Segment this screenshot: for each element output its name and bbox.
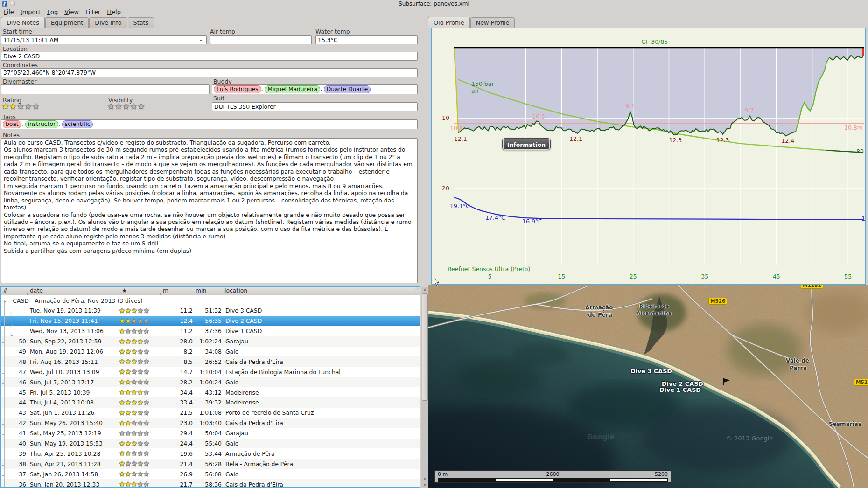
map-label-google: Google: [587, 433, 615, 441]
splitter-handle[interactable]: ⁘: [415, 286, 420, 292]
star-empty-icon: ★: [143, 399, 149, 406]
dive-row[interactable]: –46Sun, Jul 7, 2013 17:17★★★★★28.21:00:2…: [1, 377, 420, 387]
menu-filter[interactable]: Filter: [83, 8, 104, 16]
dive-row[interactable]: –42Sun, May 26, 2013 15:40★★★★★23.01:03:…: [1, 418, 420, 428]
star-filled-icon: ★: [131, 389, 137, 396]
star-empty-icon: ★: [137, 419, 143, 427]
dive-row[interactable]: └Wed, Nov 13, 2013 11:06★★★★★11.237:36Di…: [1, 326, 420, 336]
column-header-date[interactable]: date: [27, 287, 119, 295]
star-empty-icon: ★: [137, 368, 143, 376]
tree-line: [11, 301, 11, 327]
dive-group-row[interactable]: ⌄ – CASD - Armação de Pêra, Nov 2013 (3 …: [1, 295, 420, 306]
tags-field[interactable]: boat, instructor, scientific: [1, 119, 418, 129]
coordinates-label: Coordinates: [3, 62, 38, 69]
dive-row[interactable]: –36Sun, Jan 20, 2013 12:33★★★★★21.758:36…: [1, 479, 420, 488]
scrollbar-thumb[interactable]: [422, 293, 428, 401]
dive-row[interactable]: –38Sun, Apr 21, 2013 11:28★★★★★21.456:28…: [1, 459, 420, 469]
svg-text:12.1: 12.1: [569, 135, 582, 142]
star-empty-icon: ★: [130, 102, 138, 111]
collapse-arrow-icon[interactable]: ⌄: [3, 298, 7, 304]
svg-text:9.7: 9.7: [744, 107, 754, 114]
notes-field[interactable]: Aula do curso CASD. Transectos c/video e…: [1, 138, 418, 283]
dive-list-header[interactable]: #date★mminlocation: [1, 287, 420, 295]
map-label-ribeira-de: Ribeira de: [639, 303, 669, 309]
star-empty-icon: ★: [125, 430, 131, 437]
star-empty-icon: ★: [137, 307, 143, 314]
divemaster-field[interactable]: [1, 84, 210, 94]
visibility-stars[interactable]: ★★★★★: [107, 102, 145, 111]
dive-list-scrollbar[interactable]: ∧ ∧ ∨: [421, 287, 428, 488]
star-empty-icon: ★: [143, 470, 149, 478]
suit-label: Suit: [213, 95, 224, 102]
star-empty-icon: ★: [125, 460, 131, 467]
location-field[interactable]: [1, 52, 418, 61]
dive-row[interactable]: –50Sun, Sep 22, 2013 12:59★★★★★28.01:02:…: [1, 336, 420, 347]
start-time-label: Start time: [3, 28, 32, 35]
svg-text:20: 20: [442, 185, 449, 192]
coordinates-field[interactable]: [1, 68, 418, 77]
star-filled-icon: ★: [125, 389, 131, 396]
svg-text:25: 25: [630, 273, 637, 280]
dive-group-label: CASD - Armação de Pêra, Nov 2013 (3 dive…: [13, 297, 142, 304]
column-header-m[interactable]: m: [160, 287, 193, 295]
dive-row[interactable]: –43Sat, Jun 1, 2013 11:26★★★★★21.51:01:0…: [1, 408, 420, 418]
start-time-combo[interactable]: [1, 35, 207, 44]
dive-row-selected[interactable]: ├Fri, Nov 15, 2013 11:41★★★★★12.456:35Di…: [1, 316, 420, 326]
menu-import[interactable]: Import: [18, 8, 44, 16]
tab-stats[interactable]: Stats: [128, 17, 154, 28]
dive-row[interactable]: –40Sun, May 19, 2013 15:53★★★★★24.455:40…: [1, 439, 420, 449]
map-label-alcantarilha: Alcantarilha: [637, 310, 672, 316]
column-header-num[interactable]: #: [1, 287, 27, 295]
star-empty-icon: ★: [131, 470, 137, 478]
column-header-stars[interactable]: ★: [119, 287, 160, 295]
left-tab-bar: Dive NotesEquipmentDive InfoStats: [1, 17, 154, 27]
dive-row[interactable]: –44Thu, Jul 4, 2013 10:08★★★★★33.439:32M…: [1, 397, 420, 408]
svg-text:16.9°C: 16.9°C: [522, 218, 542, 225]
star-filled-icon: ★: [119, 338, 125, 345]
svg-text:air: air: [471, 87, 479, 94]
dive-site-map[interactable]: Armaçãode PêraRibeira deAlcantarilhaVale…: [428, 285, 868, 488]
tab-dive-info[interactable]: Dive Info: [89, 17, 127, 28]
menu-help[interactable]: Help: [104, 8, 125, 16]
scroll-down-icon[interactable]: ∨: [421, 482, 428, 488]
tab-old-profile[interactable]: Old Profile: [428, 17, 470, 28]
rating-stars[interactable]: ★★★★★: [2, 102, 40, 111]
tab-equipment[interactable]: Equipment: [45, 17, 89, 28]
star-filled-icon: ★: [125, 358, 131, 365]
tab-new-profile[interactable]: New Profile: [470, 17, 515, 28]
chevron-down-icon[interactable]: ⌄: [199, 36, 203, 42]
suit-field[interactable]: [212, 102, 418, 111]
svg-text:55: 55: [844, 273, 852, 280]
tab-dive-notes[interactable]: Dive Notes: [1, 17, 45, 28]
star-empty-icon: ★: [143, 307, 149, 314]
star-empty-icon: ★: [25, 102, 32, 111]
column-header-location[interactable]: location: [222, 287, 420, 295]
water-temp-field[interactable]: [315, 35, 418, 44]
svg-text:10: 10: [442, 114, 449, 121]
air-temp-field[interactable]: [210, 35, 312, 44]
star-empty-icon: ★: [143, 430, 149, 437]
dive-row[interactable]: –37Sat, Jan 26, 2013 14:58★★★★★26.956:08…: [1, 469, 420, 479]
column-header-min[interactable]: min: [193, 287, 222, 295]
scale-bar-segments: [438, 478, 668, 482]
svg-text:12.1: 12.1: [454, 135, 467, 142]
information-tooltip[interactable]: Information: [503, 139, 550, 150]
buddy-field[interactable]: Luís Rodrigues, Miguel Madureira, Duarte…: [212, 84, 418, 94]
scroll-up-icon[interactable]: ∧: [421, 476, 428, 482]
dive-row[interactable]: –39Thu, Apr 25, 2013 10:28★★★★★19.653:44…: [1, 448, 420, 459]
dive-row[interactable]: –45Fri, Jul 5, 2013 10:39★★★★★34.443:12M…: [1, 387, 420, 397]
star-filled-icon: ★: [125, 368, 131, 376]
star-filled-icon: ★: [125, 409, 131, 417]
dive-row[interactable]: –48Fri, Aug 16, 2013 15:11★★★★★8.526:52C…: [1, 356, 420, 367]
menu-log[interactable]: Log: [44, 8, 62, 16]
dive-row[interactable]: –41Sat, May 25, 2013 12:19★★★★★29.450:04…: [1, 428, 420, 439]
scroll-up-icon[interactable]: ∧: [421, 287, 428, 293]
menu-view[interactable]: View: [62, 8, 83, 16]
dive-row[interactable]: –47Wed, Jul 10, 2013 13:09★★★★★14.71:10:…: [1, 367, 420, 377]
star-empty-icon: ★: [119, 430, 125, 437]
dive-row[interactable]: –49Mon, Aug 19, 2013 12:06★★★★★8.234:08G…: [1, 347, 420, 357]
dive-row[interactable]: ├Tue, Nov 19, 2013 11:39★★★★★11.251:32Di…: [1, 306, 420, 316]
star-empty-icon: ★: [137, 440, 143, 447]
menu-file[interactable]: File: [1, 8, 18, 16]
pill-instructor: instructor: [25, 120, 58, 128]
